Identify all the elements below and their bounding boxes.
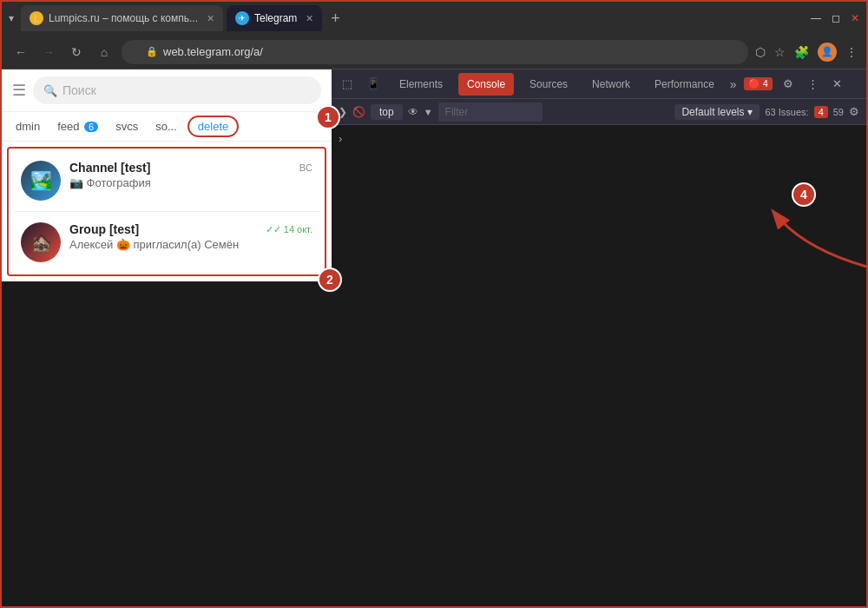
lock-icon: 🔒 bbox=[146, 46, 158, 57]
telegram-tabs: dmin feed 6 svcs so... delete bbox=[2, 112, 332, 142]
devtools-console-bar: ❯ 🚫 top 👁 ▼ Filter Default levels ▾ 63 I… bbox=[332, 99, 866, 125]
cast-icon[interactable]: ⬡ bbox=[755, 45, 766, 59]
dt-settings-icon[interactable]: ⚙ bbox=[779, 76, 797, 92]
telegram-panel: ☰ 🔍 Поиск dmin feed 6 svcs so... delete bbox=[2, 69, 332, 606]
filter-placeholder: Filter bbox=[445, 106, 469, 118]
title-bar: ▾ L Lumpics.ru – помощь с компь... ✕ ✈ T… bbox=[2, 2, 866, 35]
channel-preview: 📷 Фотография bbox=[69, 176, 312, 189]
chat-item-channel[interactable]: 🏞️ Channel [test] BC 📷 Фотография bbox=[14, 154, 319, 208]
inspector-icon[interactable]: ⬚ bbox=[339, 76, 356, 92]
tab-svcs[interactable]: svcs bbox=[108, 116, 145, 136]
console-settings-icon[interactable]: ⚙ bbox=[849, 105, 859, 118]
dt-more-options[interactable]: ⋮ bbox=[804, 76, 822, 92]
chat-list: 🏞️ Channel [test] BC 📷 Фотография bbox=[7, 147, 326, 276]
address-input[interactable]: 🔒 web.telegram.org/a/ bbox=[122, 40, 748, 64]
console-prompt[interactable]: › bbox=[339, 132, 342, 145]
dt-tab-network[interactable]: Network bbox=[583, 69, 639, 99]
chrome-menu-icon[interactable]: ▾ bbox=[9, 12, 14, 24]
main-area: ☰ 🔍 Поиск dmin feed 6 svcs so... delete bbox=[2, 69, 866, 606]
menu-icon[interactable]: ⋮ bbox=[845, 45, 858, 59]
tab-close-lumpics[interactable]: ✕ bbox=[207, 13, 214, 24]
reload-button[interactable]: ↻ bbox=[66, 45, 87, 59]
filter-icon: ▼ bbox=[424, 107, 433, 117]
minimize-button[interactable]: — bbox=[811, 12, 821, 24]
dt-tab-console[interactable]: Console bbox=[458, 73, 514, 96]
default-levels-label: Default levels bbox=[681, 106, 744, 118]
annotation-1: 1 bbox=[316, 105, 340, 129]
group-preview-text: Алексей 🎃 пригласил(а) Семён bbox=[69, 238, 239, 251]
tab-lumpics[interactable]: L Lumpics.ru – помощь с компь... ✕ bbox=[21, 5, 223, 31]
channel-name: Channel [test] bbox=[69, 161, 150, 175]
channel-preview-text: 📷 Фотография bbox=[69, 176, 151, 189]
tab-admin[interactable]: dmin bbox=[9, 116, 47, 136]
telegram-search: ☰ 🔍 Поиск bbox=[2, 69, 332, 112]
feed-badge: 6 bbox=[84, 122, 98, 132]
group-time: ✓✓ 14 окт. bbox=[266, 224, 312, 235]
dt-close-icon[interactable]: ✕ bbox=[829, 76, 845, 92]
chat-divider bbox=[14, 211, 319, 212]
chat-avatar-group: 🏚️ bbox=[21, 222, 61, 262]
dt-more-tabs[interactable]: » bbox=[730, 77, 737, 91]
chat-info-group: Group [test] ✓✓ 14 окт. Алексей 🎃 пригла… bbox=[69, 222, 312, 251]
back-button[interactable]: ← bbox=[10, 45, 31, 59]
tab-close-telegram[interactable]: ✕ bbox=[306, 13, 313, 24]
forward-button[interactable]: → bbox=[38, 45, 59, 59]
maximize-button[interactable]: ◻ bbox=[832, 12, 840, 24]
tab-feed[interactable]: feed 6 bbox=[50, 116, 105, 136]
group-preview: Алексей 🎃 пригласил(а) Семён bbox=[69, 238, 312, 251]
bookmark-icon[interactable]: ☆ bbox=[774, 45, 786, 59]
issues-text: 63 Issues: bbox=[765, 107, 808, 117]
console-top-selector[interactable]: top bbox=[371, 104, 403, 120]
channel-time: BC bbox=[299, 162, 312, 173]
dt-tab-sources[interactable]: Sources bbox=[521, 69, 576, 99]
chat-avatar-channel: 🏞️ bbox=[21, 161, 61, 201]
chat-header-group: Group [test] ✓✓ 14 окт. bbox=[69, 222, 312, 236]
tab-favicon-lumpics: L bbox=[30, 11, 43, 25]
tabs-row-wrapper: dmin feed 6 svcs so... delete 1 bbox=[2, 112, 332, 142]
close-button[interactable]: ✕ bbox=[851, 12, 859, 24]
devtools-toolbar: ⬚ 📱 Elements Console Sources Network Per… bbox=[332, 69, 866, 99]
chat-list-wrapper: 🏞️ Channel [test] BC 📷 Фотография bbox=[2, 142, 332, 281]
search-box[interactable]: 🔍 Поиск bbox=[33, 76, 321, 104]
filter-input[interactable]: Filter bbox=[438, 102, 542, 122]
chat-item-group[interactable]: 🏚️ Group [test] ✓✓ 14 окт. Алексей 🎃 при… bbox=[14, 215, 319, 269]
hamburger-menu[interactable]: ☰ bbox=[12, 81, 26, 100]
default-levels-chevron: ▾ bbox=[747, 106, 753, 118]
annotation-4: 4 bbox=[792, 182, 816, 207]
profile-avatar[interactable]: 👤 bbox=[818, 43, 837, 62]
address-bar-actions: ⬡ ☆ 🧩 👤 ⋮ bbox=[755, 43, 858, 62]
address-bar: ← → ↻ ⌂ 🔒 web.telegram.org/a/ ⬡ ☆ 🧩 👤 ⋮ bbox=[2, 35, 866, 69]
search-placeholder: Поиск bbox=[62, 83, 96, 97]
chat-info-channel: Channel [test] BC 📷 Фотография bbox=[69, 161, 312, 189]
dt-tab-performance[interactable]: Performance bbox=[646, 69, 723, 99]
console-clear-icon[interactable]: 🚫 bbox=[352, 106, 365, 118]
tab-delete[interactable]: delete bbox=[187, 116, 239, 137]
browser-window: ▾ L Lumpics.ru – помощь с компь... ✕ ✈ T… bbox=[2, 2, 866, 606]
dt-error-badge: 🔴 4 bbox=[744, 77, 773, 90]
issues-error-count: 4 bbox=[814, 106, 828, 118]
address-text: web.telegram.org/a/ bbox=[163, 45, 263, 58]
home-button[interactable]: ⌂ bbox=[94, 45, 115, 59]
group-name: Group [test] bbox=[69, 222, 139, 236]
window-controls: — ◻ ✕ bbox=[811, 12, 859, 24]
tab-label-lumpics: Lumpics.ru – помощь с компь... bbox=[49, 12, 198, 24]
tab-sor[interactable]: so... bbox=[148, 116, 184, 136]
default-levels-dropdown[interactable]: Default levels ▾ bbox=[674, 104, 760, 120]
console-eye-icon[interactable]: 👁 bbox=[408, 106, 418, 118]
dt-tab-elements[interactable]: Elements bbox=[391, 69, 451, 99]
tab-favicon-telegram: ✈ bbox=[235, 11, 249, 25]
annotation-2: 2 bbox=[318, 268, 342, 292]
extension-icon[interactable]: 🧩 bbox=[794, 45, 809, 59]
devtools-content: › 3 F12 4 bbox=[332, 125, 866, 606]
tab-telegram[interactable]: ✈ Telegram ✕ bbox=[227, 5, 322, 31]
issues-warning-count: 59 bbox=[833, 107, 844, 117]
devtools-panel: ⬚ 📱 Elements Console Sources Network Per… bbox=[332, 69, 866, 606]
tab-label-telegram: Telegram bbox=[254, 12, 297, 24]
chat-header-channel: Channel [test] BC bbox=[69, 161, 312, 175]
annotation-arrow bbox=[740, 204, 866, 282]
new-tab-button[interactable]: + bbox=[331, 10, 340, 28]
search-icon: 🔍 bbox=[43, 84, 57, 97]
device-icon[interactable]: 📱 bbox=[363, 76, 384, 92]
